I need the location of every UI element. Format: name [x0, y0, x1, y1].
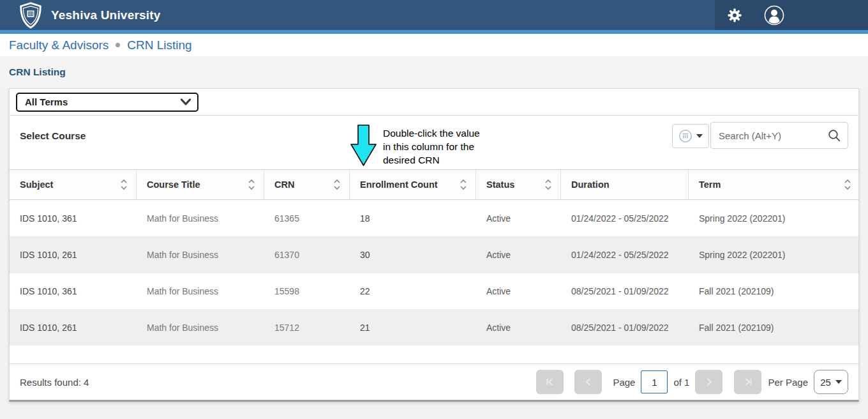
cell-subject[interactable]: IDS 1010, 261: [10, 250, 137, 260]
breadcrumb-separator-dot: [116, 43, 120, 47]
cell-enrollment-count[interactable]: 18: [350, 213, 476, 224]
user-icon[interactable]: [763, 4, 785, 26]
cell-duration[interactable]: 01/24/2022 - 05/25/2022: [561, 250, 689, 260]
breadcrumb-faculty-advisors[interactable]: Faculty & Advisors: [9, 38, 108, 52]
cell-subject[interactable]: IDS 1010, 361: [10, 286, 137, 296]
select-course-label: Select Course: [20, 130, 86, 142]
cell-enrollment-count[interactable]: 21: [350, 323, 476, 333]
results-found-text: Results found: 4: [20, 377, 89, 388]
cell-course-title[interactable]: Math for Business: [137, 213, 264, 224]
sort-icon[interactable]: [121, 179, 127, 190]
page-title: CRN Listing: [9, 66, 66, 78]
breadcrumb: Faculty & Advisors CRN Listing: [0, 34, 868, 56]
column-header-subject[interactable]: Subject: [10, 170, 137, 199]
sort-icon[interactable]: [844, 179, 851, 190]
search-icon[interactable]: [827, 128, 841, 142]
page-label: Page: [613, 377, 635, 388]
top-banner: Yeshiva University: [0, 0, 868, 30]
sort-icon[interactable]: [545, 179, 551, 190]
page-of-label: of 1: [673, 377, 689, 388]
table-header-row: Subject Course Title CRN Enrollment Coun…: [10, 169, 858, 200]
cell-crn[interactable]: 61365: [264, 213, 350, 224]
sort-icon[interactable]: [248, 179, 255, 190]
topbar-right-section: [715, 0, 868, 30]
chevron-down-icon: [696, 134, 703, 138]
chevron-down-icon: [180, 98, 191, 106]
cell-subject[interactable]: IDS 1010, 261: [10, 323, 137, 333]
cell-term[interactable]: Fall 2021 (202109): [689, 323, 860, 333]
table-row[interactable]: IDS 1010, 261 Math for Business 15712 21…: [10, 309, 858, 346]
column-header-label: Term: [699, 179, 721, 190]
column-header-crn[interactable]: CRN: [264, 170, 350, 199]
gear-icon[interactable]: [724, 4, 745, 26]
cell-term[interactable]: Spring 2022 (202201): [689, 250, 860, 260]
table-row[interactable]: IDS 1010, 261 Math for Business 61370 30…: [10, 236, 858, 273]
cell-crn[interactable]: 15712: [264, 323, 350, 333]
column-header-label: Duration: [571, 179, 610, 190]
cell-status[interactable]: Active: [476, 213, 561, 224]
cell-course-title[interactable]: Math for Business: [137, 250, 264, 260]
cell-crn[interactable]: 61370: [264, 250, 350, 260]
university-shield-logo-icon: [18, 2, 43, 29]
per-page-value: 25: [820, 377, 831, 388]
table-footer: Results found: 4 Page of 1 Per Page 25: [10, 363, 858, 400]
column-header-label: Enrollment Count: [360, 179, 438, 190]
cell-crn[interactable]: 15598: [264, 286, 350, 296]
column-header-duration[interactable]: Duration: [561, 170, 689, 199]
cell-status[interactable]: Active: [476, 323, 561, 333]
first-page-button[interactable]: [536, 370, 564, 394]
column-header-label: CRN: [274, 179, 294, 190]
column-header-course-title[interactable]: Course Title: [137, 170, 264, 199]
cell-duration[interactable]: 01/24/2022 - 05/25/2022: [561, 213, 689, 224]
cell-term[interactable]: Fall 2021 (202109): [689, 286, 860, 296]
column-header-status[interactable]: Status: [476, 170, 561, 199]
chevron-down-icon: [835, 380, 842, 384]
per-page-label: Per Page: [768, 377, 808, 388]
cell-status[interactable]: Active: [476, 286, 561, 296]
cell-enrollment-count[interactable]: 22: [350, 286, 476, 296]
column-header-label: Subject: [20, 179, 53, 190]
cell-course-title[interactable]: Math for Business: [137, 323, 264, 333]
cell-status[interactable]: Active: [476, 250, 561, 260]
page-number-input[interactable]: [641, 370, 668, 393]
previous-page-button[interactable]: [574, 370, 602, 394]
column-header-label: Status: [486, 179, 514, 190]
column-header-label: Course Title: [147, 179, 200, 190]
terms-filter-row: All Terms: [10, 89, 858, 116]
toolbar-row: Select Course: [10, 116, 858, 169]
terms-select-value: All Terms: [25, 96, 68, 107]
next-page-button[interactable]: [695, 370, 722, 394]
last-page-button[interactable]: [734, 370, 761, 394]
sort-icon[interactable]: [334, 179, 340, 190]
table-row[interactable]: IDS 1010, 361 Math for Business 61365 18…: [10, 200, 858, 236]
breadcrumb-crn-listing[interactable]: CRN Listing: [127, 38, 191, 52]
column-header-term[interactable]: Term: [689, 170, 860, 199]
per-page-select[interactable]: 25: [814, 370, 848, 394]
sort-icon[interactable]: [460, 179, 467, 190]
search-controls: [672, 122, 848, 149]
cell-enrollment-count[interactable]: 30: [350, 250, 476, 260]
columns-filter-icon: [678, 129, 692, 143]
cell-term[interactable]: Spring 2022 (202201): [689, 213, 860, 224]
pagination-controls: Page of 1 Per Page 25: [536, 370, 848, 394]
brand: Yeshiva University: [18, 2, 161, 29]
empty-row-spacer: [10, 346, 858, 363]
column-header-enrollment-count[interactable]: Enrollment Count: [350, 170, 476, 199]
terms-select[interactable]: All Terms: [16, 93, 198, 112]
title-area: CRN Listing: [0, 56, 868, 88]
column-filter-button[interactable]: [672, 124, 709, 148]
cell-duration[interactable]: 08/25/2021 - 01/09/2022: [561, 323, 689, 333]
crn-listing-panel: All Terms Select Course: [9, 88, 859, 402]
cell-course-title[interactable]: Math for Business: [137, 286, 264, 296]
brand-name: Yeshiva University: [51, 8, 161, 22]
search-box: [710, 122, 848, 149]
cell-subject[interactable]: IDS 1010, 361: [10, 213, 137, 224]
cell-duration[interactable]: 08/25/2021 - 01/09/2022: [561, 286, 689, 296]
table-row[interactable]: IDS 1010, 361 Math for Business 15598 22…: [10, 273, 858, 309]
search-input[interactable]: [719, 130, 827, 141]
